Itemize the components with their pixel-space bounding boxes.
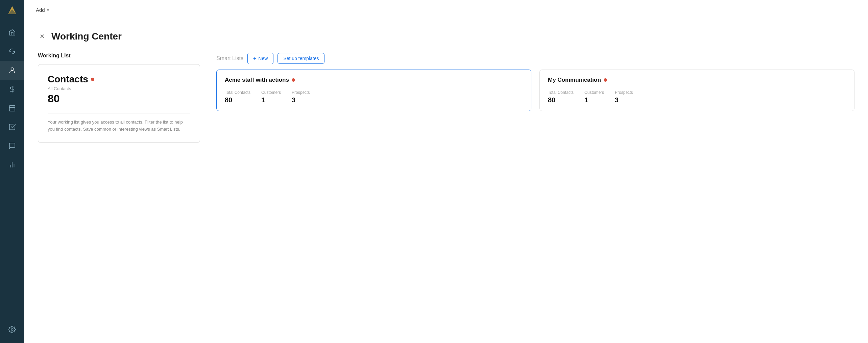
new-button-label: New [258, 56, 268, 61]
templates-button-label: Set up templates [283, 56, 319, 61]
stat-total-contacts-1: Total Contacts 80 [548, 90, 574, 104]
contacts-count: 80 [48, 93, 190, 105]
plus-icon: + [253, 55, 256, 61]
smart-list-card-0[interactable]: Acme staff with actions Total Contacts 8… [216, 70, 531, 111]
sidebar-item-tasks[interactable] [0, 117, 24, 136]
stat-customers-0: Customers 1 [261, 90, 281, 104]
chevron-down-icon: ▾ [47, 8, 49, 12]
sidebar-item-finance[interactable] [0, 80, 24, 99]
set-up-templates-button[interactable]: Set up templates [278, 53, 324, 64]
smart-card-1-title: My Communication [548, 77, 601, 83]
smart-lists-label: Smart Lists [216, 55, 243, 61]
stat-customers-1: Customers 1 [584, 90, 604, 104]
svg-point-11 [11, 328, 13, 331]
contacts-card: Contacts All Contacts 80 Your working li… [38, 64, 200, 143]
sidebar-bottom [0, 320, 24, 343]
stat-total-contacts-0: Total Contacts 80 [225, 90, 250, 104]
svg-point-2 [11, 68, 13, 70]
main-area: Add ▾ ✕ Working Center Working List Cont… [24, 0, 868, 343]
working-section: Working List Contacts All Contacts 80 Yo… [38, 53, 854, 143]
working-list-label: Working List [38, 53, 200, 59]
sidebar-item-settings[interactable] [0, 320, 24, 339]
sidebar-item-sync[interactable] [0, 42, 24, 61]
smart-card-0-dot [292, 78, 295, 82]
new-smart-list-button[interactable]: + New [247, 53, 273, 64]
contacts-divider [48, 113, 190, 113]
add-label: Add [36, 7, 45, 13]
page-header: ✕ Working Center [38, 31, 854, 42]
smart-lists-column: Smart Lists + New Set up templates Acme … [216, 53, 854, 111]
smart-card-0-title-row: Acme staff with actions [225, 77, 523, 83]
contacts-title-row: Contacts [48, 74, 190, 85]
contacts-title: Contacts [48, 74, 88, 85]
sidebar-item-calendar[interactable] [0, 99, 24, 117]
logo[interactable] [0, 0, 24, 20]
smart-lists-header: Smart Lists + New Set up templates [216, 53, 854, 64]
svg-rect-4 [9, 106, 15, 111]
sidebar-nav [0, 20, 24, 320]
smart-card-0-stats: Total Contacts 80 Customers 1 Prospects … [225, 90, 523, 104]
sidebar-item-home[interactable] [0, 23, 24, 42]
topbar: Add ▾ [24, 0, 868, 20]
stat-prospects-0: Prospects 3 [292, 90, 310, 104]
sidebar-item-messages[interactable] [0, 136, 24, 155]
sidebar-item-contacts[interactable] [0, 61, 24, 80]
stat-prospects-1: Prospects 3 [615, 90, 633, 104]
close-button[interactable]: ✕ [38, 32, 46, 41]
working-list-column: Working List Contacts All Contacts 80 Yo… [38, 53, 200, 143]
all-contacts-label: All Contacts [48, 86, 190, 91]
sidebar-item-reports[interactable] [0, 155, 24, 174]
smart-list-card-1[interactable]: My Communication Total Contacts 80 Custo… [539, 70, 854, 111]
sidebar [0, 0, 24, 343]
smart-card-0-title: Acme staff with actions [225, 77, 289, 83]
smart-card-1-dot [604, 78, 607, 82]
smart-list-cards: Acme staff with actions Total Contacts 8… [216, 70, 854, 111]
smart-card-1-stats: Total Contacts 80 Customers 1 Prospects … [548, 90, 846, 104]
smart-card-1-title-row: My Communication [548, 77, 846, 83]
contacts-status-dot [91, 78, 94, 81]
page-title: Working Center [51, 31, 122, 42]
content-area: ✕ Working Center Working List Contacts A… [24, 20, 868, 343]
add-button[interactable]: Add ▾ [32, 5, 52, 15]
contacts-description: Your working list gives you access to al… [48, 119, 190, 133]
